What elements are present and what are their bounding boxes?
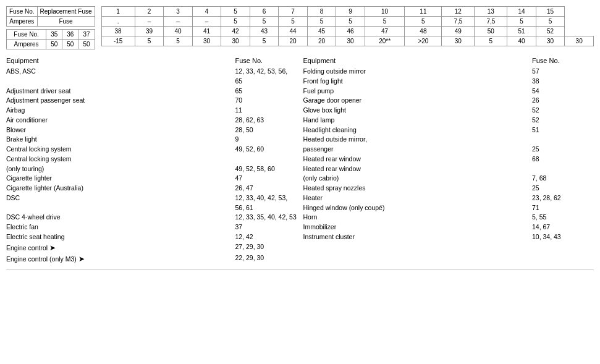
equip-fuse-left-12: 26, 47 xyxy=(235,184,297,193)
page-container: Fuse No. Replacement Fuse Amperes Fuse F… xyxy=(6,6,594,270)
fuse-num-12: 12 xyxy=(442,7,475,17)
fuse-num-48: 48 xyxy=(405,27,442,36)
equip-name-right-1: Front fog light xyxy=(303,77,533,87)
equip-name-right-9: Heated rear window xyxy=(303,154,533,164)
header-fuse-no: Fuse No. xyxy=(7,7,38,17)
equip-fuse-left-2: 65 xyxy=(235,87,297,96)
top-section: Fuse No. Replacement Fuse Amperes Fuse F… xyxy=(6,6,594,52)
fuse-val-row2-12: 5 xyxy=(475,36,507,46)
equip-name-left-3: Adjustment passenger seat xyxy=(6,96,235,106)
right-equip-row-7: Heated outside mirror, xyxy=(303,135,594,145)
left-equip-row-1: 65 xyxy=(6,77,297,87)
equip-fuse-right-17: 10, 34, 43 xyxy=(532,232,594,242)
fuse-val-row1-6: 5 xyxy=(279,17,308,27)
fuse-num-1: 1 xyxy=(101,7,135,17)
left-equip-row-15: Electric fan37 xyxy=(6,222,297,232)
right-equip-row-12: Heated spray nozzles25 xyxy=(303,184,594,193)
equip-name-left-8: Central locking system xyxy=(6,145,235,154)
fuse-num-38: 38 xyxy=(101,27,135,36)
equip-name-right-11: (only cabrio) xyxy=(303,174,533,184)
fuse-num-47: 47 xyxy=(365,27,405,36)
equip-name-right-7: Heated outside mirror, xyxy=(303,135,533,145)
left-equipment-column: Equipment Fuse No. ABS, ASC12, 33, 42, 5… xyxy=(6,57,297,265)
fuse-num-39: 39 xyxy=(135,27,164,36)
equipment-label-right: Equipment xyxy=(303,57,533,64)
equip-name-left-16: Electric seat heating xyxy=(6,232,235,242)
equip-fuse-right-6: 51 xyxy=(532,125,594,135)
left-equip-row-18: Engine control (only M3) ➤22, 29, 30 xyxy=(6,253,297,265)
equip-fuse-right-0: 57 xyxy=(532,67,594,77)
fuse-val-row2-6: 20 xyxy=(279,36,308,46)
left-equip-row-7: Brake light9 xyxy=(6,135,297,145)
equip-name-right-4: Glove box light xyxy=(303,106,533,116)
equip-fuse-right-1: 38 xyxy=(532,77,594,87)
equip-name-right-14: Hinged window (only coupé) xyxy=(303,203,533,213)
fuse-num-44: 44 xyxy=(279,27,308,36)
label-amperes: Amperes xyxy=(7,17,38,27)
equip-fuse-left-17: 27, 29, 30 xyxy=(235,242,297,253)
equip-name-right-12: Heated spray nozzles xyxy=(303,184,533,193)
equip-name-left-18: Engine control (only M3) ➤ xyxy=(6,253,235,265)
equip-name-right-6: Headlight cleaning xyxy=(303,125,533,135)
equip-name-left-14: DSC 4-wheel drive xyxy=(6,213,235,222)
fuse-number-grid: 123456789101112131415 .–––55555557,57,55… xyxy=(101,6,594,46)
fuse-val-row1-14: 5 xyxy=(536,17,565,27)
right-equip-row-2: Fuel pump54 xyxy=(303,87,594,96)
equip-fuse-right-13: 23, 28, 62 xyxy=(532,193,594,203)
fuse-val-row1-0: . xyxy=(101,17,135,27)
left-equip-row-13: DSC12, 33, 40, 42, 53, 56, 61 xyxy=(6,193,297,213)
right-equip-row-4: Glove box light52 xyxy=(303,106,594,116)
fuse-val-row2-0: -15 xyxy=(101,36,135,46)
equip-name-left-2: Adjustment driver seat xyxy=(6,87,235,96)
fuse-val-row2-15: 30 xyxy=(565,36,594,46)
fuse-num-13: 13 xyxy=(475,7,507,17)
cell-amperes-label: Amperes xyxy=(7,40,46,49)
fuse-num-46: 46 xyxy=(336,27,365,36)
cell-50-3: 50 xyxy=(78,40,95,49)
equip-name-right-5: Hand lamp xyxy=(303,116,533,125)
fuse-num-50: 50 xyxy=(475,27,507,36)
equip-fuse-right-2: 54 xyxy=(532,87,594,96)
left-equip-row-6: Blower28, 50 xyxy=(6,125,297,135)
equip-fuse-left-11: 47 xyxy=(235,174,297,184)
right-equip-row-6: Headlight cleaning51 xyxy=(303,125,594,135)
fuse-val-row1-4: 5 xyxy=(221,17,250,27)
equip-fuse-right-3: 26 xyxy=(532,96,594,106)
left-equip-row-9: Central locking system xyxy=(6,154,297,164)
fuse-num-6: 6 xyxy=(250,7,279,17)
fuse-val-row2-2: 5 xyxy=(164,36,193,46)
right-equip-row-0: Folding outside mirror57 xyxy=(303,67,594,77)
equip-fuse-left-9 xyxy=(235,154,297,164)
left-equip-row-17: Engine control ➤27, 29, 30 xyxy=(6,242,297,253)
right-equipment-column: Equipment Fuse No. Folding outside mirro… xyxy=(303,57,594,265)
left-equip-row-8: Central locking system49, 52, 60 xyxy=(6,145,297,154)
left-equip-row-14: DSC 4-wheel drive12, 33, 35, 40, 42, 53 xyxy=(6,213,297,222)
fuse-reference-table-1: Fuse No. Replacement Fuse Amperes Fuse xyxy=(6,6,95,27)
equip-name-right-0: Folding outside mirror xyxy=(303,67,533,77)
right-equip-row-17: Instrument cluster10, 34, 43 xyxy=(303,232,594,242)
equip-fuse-left-18: 22, 29, 30 xyxy=(235,253,297,265)
equip-name-left-12: Cigarette lighter (Australia) xyxy=(6,184,235,193)
fuse-val-row2-5: 5 xyxy=(250,36,279,46)
equip-name-right-15: Horn xyxy=(303,213,533,222)
fuse-val-row1-5: 5 xyxy=(250,17,279,27)
equip-fuse-right-9: 68 xyxy=(532,154,594,164)
equip-fuse-left-15: 37 xyxy=(235,222,297,232)
equip-fuse-right-8: 25 xyxy=(532,145,594,154)
equip-name-right-10: Heated rear window xyxy=(303,164,533,174)
fuse-num-3: 3 xyxy=(164,7,193,17)
equip-fuse-right-15: 5, 55 xyxy=(532,213,594,222)
right-equip-row-8: passenger25 xyxy=(303,145,594,154)
fuse-val-row1-1: – xyxy=(135,17,164,27)
left-equip-row-10: (only touring)49, 52, 58, 60 xyxy=(6,164,297,174)
equip-name-left-7: Brake light xyxy=(6,135,235,145)
fuse-num-4: 4 xyxy=(192,7,221,17)
fuse-val-row2-3: 30 xyxy=(192,36,221,46)
fuse-num-10: 10 xyxy=(365,7,405,17)
fuse-num-51: 51 xyxy=(507,27,536,36)
equip-fuse-right-4: 52 xyxy=(532,106,594,116)
left-equipment-rows: ABS, ASC12, 33, 42, 53, 56,65Adjustment … xyxy=(6,67,297,265)
equip-fuse-right-10 xyxy=(532,164,594,174)
left-equip-row-2: Adjustment driver seat65 xyxy=(6,87,297,96)
equip-fuse-left-14: 12, 33, 35, 40, 42, 53 xyxy=(235,213,297,222)
